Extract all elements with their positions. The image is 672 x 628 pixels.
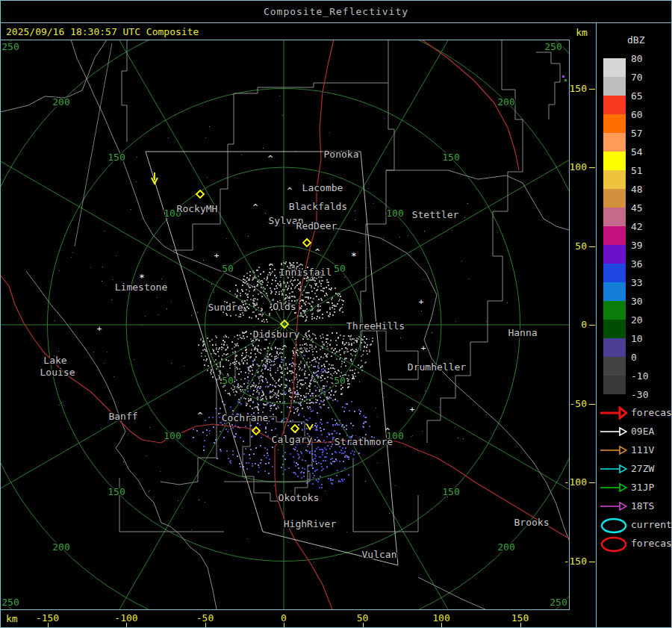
legend-item-label: forecast — [631, 538, 672, 549]
ring-distance-label: 100 — [164, 430, 181, 441]
ring-distance-label: 150 — [442, 152, 459, 163]
colorscale-block — [603, 376, 626, 394]
colorscale-value: 45 — [631, 202, 668, 214]
city-label: Limestone — [115, 282, 168, 293]
colorscale-block — [603, 282, 626, 301]
111V-arrow-icon — [599, 444, 627, 457]
colorscale-value: 65 — [631, 90, 668, 102]
colorscale-value: 48 — [631, 184, 668, 195]
bottom-axis-tick-label: 50 — [344, 612, 382, 624]
right-axis-tick — [589, 246, 595, 247]
radar-map[interactable]: 5050505010010010010015015015015020020020… — [0, 40, 570, 610]
colorscale-block — [603, 264, 626, 282]
plus-marker: + — [410, 405, 415, 414]
city-label: Lake — [43, 355, 66, 366]
ring-distance-label: 150 — [442, 486, 459, 497]
bottom-axis-tick-label: 150 — [502, 612, 539, 624]
legend-item-label: forecast — [631, 407, 672, 418]
caret-marker: ^ — [317, 438, 322, 448]
legend-item-label: 31JP — [631, 482, 654, 493]
ring-distance-label: 50 — [222, 375, 234, 386]
colorscale-value: 70 — [631, 72, 668, 83]
colorscale-value: 42 — [631, 221, 668, 232]
city-label: Stettler — [412, 209, 459, 220]
legend-item-label: current — [631, 519, 672, 530]
colorscale-block — [603, 301, 626, 320]
city-label: Vulcan — [362, 549, 397, 560]
09EA-arrow-icon — [599, 425, 627, 438]
legend-item-label: 111V — [631, 444, 654, 456]
caret-marker: ^ — [253, 202, 258, 212]
right-axis-tick — [589, 325, 595, 326]
plus-marker: + — [421, 343, 426, 353]
bottom-axis-tick-label: -150 — [29, 612, 66, 624]
colorscale-value: 60 — [631, 109, 668, 120]
colorscale-value: 54 — [631, 146, 668, 158]
colorscale-block — [603, 77, 626, 96]
colorscale-block — [603, 96, 626, 114]
colorscale-block — [603, 338, 626, 357]
plus-marker: + — [419, 297, 424, 307]
city-label: Olds — [273, 301, 296, 312]
right-axis-tick — [589, 89, 595, 90]
colorscale-value: 10 — [631, 333, 668, 344]
ring-distance-label: 250 — [544, 41, 561, 52]
colorscale-value: 33 — [631, 277, 668, 288]
caret-marker: ^ — [315, 247, 320, 257]
frame-top — [0, 0, 672, 1]
colorscale-block — [603, 226, 626, 245]
city-label: HighRiver — [284, 518, 337, 529]
ring-distance-label: 200 — [52, 541, 69, 553]
colorscale-value: 39 — [631, 240, 668, 251]
caret-marker: ^ — [198, 411, 203, 420]
bottom-axis-tick-label: 0 — [265, 612, 302, 624]
31JP-arrow-icon — [599, 481, 627, 494]
city-label: Louise — [40, 367, 75, 378]
bottom-axis-tick-label: -50 — [187, 612, 224, 624]
ring-distance-label: 50 — [222, 263, 234, 274]
ring-distance-label: 250 — [1, 597, 19, 608]
caret-marker: ^ — [282, 343, 287, 353]
caret-marker: ^ — [248, 364, 253, 374]
asterisk-marker: * — [351, 250, 357, 261]
city-label: Lacombe — [302, 182, 343, 193]
caret-marker: ^ — [385, 426, 391, 436]
colorscale-block — [603, 357, 626, 376]
colorscale-block — [603, 133, 626, 152]
ring-distance-label: 50 — [334, 263, 346, 274]
city-label: RockyMH — [177, 203, 218, 214]
caret-marker: ^ — [287, 186, 293, 196]
ring-distance-label: 150 — [108, 486, 125, 497]
colorscale-value: 36 — [631, 258, 668, 270]
city-label: Brooks — [514, 517, 550, 528]
colorscale-value: 57 — [631, 128, 668, 139]
colorscale-block — [603, 58, 626, 77]
colorscale-block — [603, 152, 626, 170]
right-axis-tick — [589, 482, 595, 483]
city-label: Hanna — [508, 327, 537, 338]
frame-titlebar-bottom — [0, 22, 672, 23]
city-label: Innisfail — [279, 267, 332, 278]
colorscale-block — [603, 320, 626, 338]
colorscale-block — [603, 114, 626, 133]
bottom-axis-tick-label: -100 — [108, 612, 145, 624]
city-label: Ponoka — [324, 149, 359, 160]
city-label: Strathmore — [335, 436, 393, 447]
timestamp-label: 2025/09/16 18:30:57 UTC Composite — [6, 26, 199, 37]
city-label: Okotoks — [279, 492, 320, 503]
right-axis-tick — [589, 562, 595, 562]
legend-item-label: 27ZW — [631, 463, 654, 474]
city-label: Blackfalds — [289, 201, 347, 212]
bottom-axis-unit: km — [6, 613, 18, 624]
ring-distance-label: 150 — [108, 152, 125, 163]
colorscale-value: 30 — [631, 296, 668, 307]
ring-distance-label: 250 — [1, 41, 19, 52]
radar-app-window: { "window": { "title": "Composite_Reflec… — [0, 0, 672, 628]
city-label: Drumheller — [408, 361, 466, 373]
colorscale-value: 0 — [631, 352, 668, 363]
echo-dot — [562, 75, 564, 78]
asterisk-marker: * — [139, 272, 145, 283]
forecast-arrow-icon — [599, 406, 627, 420]
ring-distance-label: 200 — [497, 96, 514, 108]
27ZW-arrow-icon — [599, 462, 627, 476]
